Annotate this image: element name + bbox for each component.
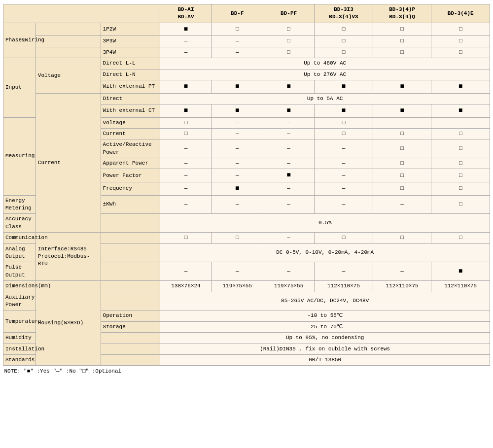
group-label: Accuracy Class: [3, 214, 36, 233]
sub-sub-label: Voltage: [101, 117, 160, 128]
sub-sub-label: ±KWh: [101, 195, 160, 214]
data-cell-bdPF: ■: [263, 169, 314, 182]
data-cell-bdF: 119×75×55: [211, 281, 263, 292]
data-cell-bd3e: □: [431, 195, 490, 214]
data-cell-bd3p: —: [373, 195, 431, 214]
data-cell-bdPF: —: [263, 233, 314, 243]
sub-sub-label: [101, 233, 160, 243]
header-bd-ai: BD-AI BD-AV: [160, 4, 211, 23]
group-label: Phase&Wiring: [3, 23, 36, 58]
data-cell-bd3i3: □: [315, 36, 373, 47]
note-row: NOTE: "■" :Yes "—" :No "□" :Optional: [3, 366, 490, 376]
data-cell-bdAI: ■: [160, 104, 211, 117]
table-row: 3P3W——□□□□: [3, 36, 490, 47]
span-value: 85-265V AC/DC, DC24V, DC48V: [160, 292, 490, 310]
data-cell-bd3p: □: [373, 158, 431, 169]
data-cell-bd3e: □: [431, 47, 490, 58]
sub-sub-label: [101, 354, 160, 365]
header-empty: [3, 4, 160, 23]
data-cell-bdPF: ■: [263, 104, 314, 117]
data-cell-bdF: —: [211, 169, 263, 182]
data-cell-bd3i3: —: [315, 158, 373, 169]
sub-sub-label: [101, 214, 160, 233]
data-cell-bdAI: —: [160, 47, 211, 58]
data-cell-bd3p: —: [373, 262, 431, 281]
sub-sub-label: [101, 344, 160, 354]
data-cell-bd3i3: 112×110×75: [315, 281, 373, 292]
data-cell-bdAI: —: [160, 169, 211, 182]
group-label: Humidity: [3, 333, 36, 344]
span-value: Up to 95%, no condensing: [160, 333, 490, 344]
data-cell-bdF: —: [211, 139, 263, 158]
group-label: Installation: [3, 344, 36, 354]
data-cell-bd3i3: —: [315, 139, 373, 158]
data-cell-bd3i3: ■: [315, 104, 373, 117]
group-label: Measuring: [3, 117, 36, 195]
data-cell-bdAI: □: [160, 117, 211, 128]
data-cell-bdPF: —: [263, 195, 314, 214]
data-cell-bdF: —: [211, 195, 263, 214]
data-cell-bd3e: □: [431, 169, 490, 182]
sub-sub-label: Direct L-L: [101, 58, 160, 69]
data-cell-bd3e: □: [431, 23, 490, 36]
group-label: Energy Metering: [3, 195, 36, 214]
data-cell-bdPF: —: [263, 128, 314, 139]
sub-sub-label: Direct: [101, 93, 160, 104]
header-row: BD-AI BD-AV BD-F BD-PF BD-3I3 BD-3(4)V3 …: [3, 4, 490, 23]
group-label: Pulse Output: [3, 262, 36, 281]
data-cell-bdAI: ■: [160, 80, 211, 93]
data-cell-bdF: □: [211, 23, 263, 36]
data-cell-bd3e: □: [431, 139, 490, 158]
span-value: 0.5%: [160, 214, 490, 233]
data-cell-bdPF: —: [263, 117, 314, 128]
data-cell-bdF: —: [211, 128, 263, 139]
data-cell-bd3e: ■: [431, 104, 490, 117]
span-value: Up to 480V AC: [160, 58, 490, 69]
group-label: Standards: [3, 354, 36, 365]
data-cell-bd3p: ■: [373, 104, 431, 117]
sub-label: [35, 23, 101, 36]
data-cell-bd3e: ■: [431, 262, 490, 281]
sub-label: Voltage: [35, 58, 101, 93]
table-row: CurrentDirectUp to 5A AC: [3, 93, 490, 104]
span-value: DC 0-5V, 0-10V, 0-20mA, 4-20mA: [160, 243, 490, 262]
sub-label: [35, 47, 101, 58]
data-cell-bd3i3: —: [315, 169, 373, 182]
data-cell-bd3i3: □: [315, 23, 373, 36]
table-row: InputVoltageDirect L-LUp to 480V AC: [3, 58, 490, 69]
span-value: -10 to 55℃: [160, 310, 490, 321]
header-bd3e: BD-3(4)E: [431, 4, 490, 23]
group-label: Communication: [3, 233, 36, 243]
data-cell-bdPF: —: [263, 158, 314, 169]
sub-sub-label: [101, 243, 160, 262]
sub-label: [35, 36, 101, 47]
sub-sub-label: 3P3W: [101, 36, 160, 47]
sub-sub-label: Active/Reactive Power: [101, 139, 160, 158]
data-cell-bdPF: —: [263, 139, 314, 158]
data-cell-bd3e: [431, 117, 490, 128]
spec-table: BD-AI BD-AV BD-F BD-PF BD-3I3 BD-3(4)V3 …: [3, 4, 490, 376]
data-cell-bdF: □: [211, 233, 263, 243]
sub-sub-label: Storage: [101, 321, 160, 332]
data-cell-bdF: ■: [211, 80, 263, 93]
sub-sub-label: Frequency: [101, 182, 160, 196]
sub-sub-label: [101, 281, 160, 292]
data-cell-bd3i3: ■: [315, 80, 373, 93]
group-label: Analog Output: [3, 243, 36, 262]
span-value: -25 to 70℃: [160, 321, 490, 332]
data-cell-bd3e: □: [431, 233, 490, 243]
sub-sub-label: Operation: [101, 310, 160, 321]
data-cell-bdPF: □: [263, 36, 314, 47]
sub-sub-label: 1P2W: [101, 23, 160, 36]
data-cell-bd3p: □: [373, 169, 431, 182]
data-cell-bdPF: 119×75×55: [263, 281, 314, 292]
span-value: Up to 5A AC: [160, 93, 490, 104]
header-bd-f: BD-F: [211, 4, 263, 23]
header-bd-pf: BD-PF: [263, 4, 314, 23]
data-cell-bdPF: □: [263, 47, 314, 58]
data-cell-bdAI: —: [160, 262, 211, 281]
data-cell-bdPF: —: [263, 262, 314, 281]
header-bd3i3: BD-3I3 BD-3(4)V3: [315, 4, 373, 23]
data-cell-bd3p: □: [373, 182, 431, 196]
sub-sub-label: Apparent Power: [101, 158, 160, 169]
